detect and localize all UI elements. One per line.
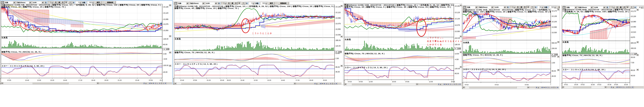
svg-text:L: L bbox=[624, 87, 626, 88]
svg-text:07/23: 07/23 bbox=[597, 84, 601, 85]
svg-text:13:20: 13:20 bbox=[267, 79, 271, 81]
svg-text:2.50: 2.50 bbox=[552, 62, 555, 64]
svg-text:こういうとこ。: こういうとこ。 bbox=[427, 36, 445, 39]
svg-text:10,135: 10,135 bbox=[336, 6, 341, 8]
svg-text:21:20: 21:20 bbox=[118, 79, 122, 81]
svg-text:95.00: 95.00 bbox=[336, 66, 340, 68]
svg-text:07/26: 07/26 bbox=[614, 84, 618, 85]
svg-text:10,065: 10,065 bbox=[552, 26, 557, 28]
svg-text:X: X bbox=[334, 83, 335, 85]
svg-text:07/23: 07/23 bbox=[348, 81, 352, 83]
svg-text:10,075: 10,075 bbox=[455, 24, 460, 26]
svg-text:09:20: 09:20 bbox=[227, 79, 231, 81]
svg-text:45.00: 45.00 bbox=[336, 71, 340, 73]
svg-text:14.50: 14.50 bbox=[455, 53, 459, 55]
svg-text:07/23: 07/23 bbox=[495, 84, 499, 86]
svg-text:× 100: × 100 bbox=[552, 53, 558, 56]
svg-text:07/26: 07/26 bbox=[525, 84, 529, 86]
svg-text:800.00: 800.00 bbox=[631, 42, 636, 44]
svg-text:スロー・ストキャスティクス( 14, 3, 80, 20 ): スロー・ストキャスティクス( 14, 3, 80, 20 ) bbox=[345, 66, 388, 69]
svg-text:07/22: 07/22 bbox=[581, 84, 585, 85]
svg-text:16:30: 16:30 bbox=[591, 84, 595, 85]
svg-text:12:00: 12:00 bbox=[37, 79, 41, 81]
svg-text:X: X bbox=[556, 87, 556, 88]
svg-text:10,170: 10,170 bbox=[552, 10, 557, 12]
svg-text:-9.00: -9.00 bbox=[163, 58, 167, 60]
svg-text:× 100: × 100 bbox=[632, 53, 637, 55]
svg-text:D: D bbox=[326, 83, 327, 85]
svg-text:10,055: 10,055 bbox=[336, 28, 341, 30]
svg-text:10,075: 10,075 bbox=[336, 23, 341, 25]
svg-text:分足で雲をぬけそうなタイミングで: 分足で雲をぬけそうなタイミングで bbox=[427, 40, 468, 42]
svg-text:R: R bbox=[454, 84, 455, 85]
svg-text:20:00: 20:00 bbox=[451, 81, 455, 83]
svg-text:10:40: 10:40 bbox=[25, 79, 29, 81]
svg-text:日経225mini 11/09( 60分, 2011/07/: 日経225mini 11/09( 60分, 2011/07/15 - 2011/… bbox=[562, 9, 636, 11]
svg-text:16:30: 16:30 bbox=[608, 84, 611, 85]
svg-text:L: L bbox=[328, 83, 329, 85]
svg-text:40.00: 40.00 bbox=[163, 71, 168, 73]
svg-text:07/25: 07/25 bbox=[7, 79, 11, 81]
svg-text:しかけてくる: しかけてくる bbox=[427, 43, 442, 46]
svg-text:45.00: 45.00 bbox=[455, 73, 459, 75]
svg-text:R: R bbox=[626, 87, 628, 88]
svg-text:L: L bbox=[157, 83, 158, 84]
svg-text:45.00: 45.00 bbox=[552, 75, 556, 77]
svg-text:100.00: 100.00 bbox=[163, 65, 168, 66]
svg-text:07/26: 07/26 bbox=[149, 79, 153, 81]
svg-text:10,030: 10,030 bbox=[552, 32, 557, 34]
svg-text:60.00: 60.00 bbox=[163, 44, 168, 46]
svg-text:10,150: 10,150 bbox=[455, 5, 460, 7]
svg-text:180.00: 180.00 bbox=[455, 44, 460, 46]
svg-text:3.50: 3.50 bbox=[163, 53, 166, 55]
svg-text:10,050: 10,050 bbox=[455, 30, 460, 32]
svg-text:07/26: 07/26 bbox=[193, 79, 197, 81]
svg-text:L: L bbox=[452, 84, 453, 85]
svg-text:10,130: 10,130 bbox=[631, 15, 636, 17]
svg-text:145.00: 145.00 bbox=[163, 38, 168, 40]
svg-text:07/21: 07/21 bbox=[564, 84, 568, 85]
svg-text:日経225mini 11/09( 30分, 2011/07/: 日経225mini 11/09( 30分, 2011/07/15 - 2011/… bbox=[463, 9, 559, 11]
svg-text:10,050: 10,050 bbox=[631, 26, 636, 28]
svg-text:R: R bbox=[159, 83, 160, 84]
svg-text:115.00: 115.00 bbox=[336, 45, 340, 47]
svg-text:12:00: 12:00 bbox=[254, 79, 258, 81]
svg-text:日経225mini 11/09( 15分, 2011/07/: 日経225mini 11/09( 15分, 2011/07/15 - 2011/… bbox=[344, 4, 464, 6]
svg-text:日経225mini 11/09( 5分, 2011/07/2: 日経225mini 11/09( 5分, 2011/07/22 - 2011/0… bbox=[174, 5, 334, 7]
svg-text:10:40: 10:40 bbox=[240, 79, 244, 81]
svg-text:14:40: 14:40 bbox=[281, 79, 285, 81]
svg-text:10,135: 10,135 bbox=[552, 15, 557, 17]
svg-text:20:00: 20:00 bbox=[104, 79, 108, 81]
svg-text:移動平均( Close, 150 ) 移動平均( Clo: 移動平均( Close, 150 ) 移動平均( Close, 20 ) 移動平… bbox=[463, 11, 556, 13]
svg-text:移動平均( Close, 75 ) MACD( 12,: 移動平均( Close, 75 ) MACD( 12, 26, 9 ) bbox=[463, 54, 503, 56]
svg-text:スロー・ストキャスティクス( 14, 3, 80, 20 ): スロー・ストキャスティクス( 14, 3, 80, 20 ) bbox=[2, 65, 44, 67]
svg-text:07/26: 07/26 bbox=[405, 81, 409, 83]
svg-text:9,970: 9,970 bbox=[631, 36, 635, 38]
svg-text:16:30: 16:30 bbox=[624, 84, 628, 85]
svg-text:410.00: 410.00 bbox=[455, 37, 460, 39]
svg-text:10,050: 10,050 bbox=[163, 29, 168, 31]
svg-text:22:40: 22:40 bbox=[135, 79, 139, 81]
svg-text:10,125: 10,125 bbox=[455, 11, 460, 13]
svg-text:出来高: 出来高 bbox=[175, 38, 181, 40]
svg-text:265.00: 265.00 bbox=[336, 39, 341, 41]
svg-text:10,170: 10,170 bbox=[631, 10, 636, 12]
svg-text:10,095: 10,095 bbox=[163, 18, 168, 20]
svg-text:550.00: 550.00 bbox=[552, 42, 557, 44]
svg-text:移動平均( Close, 40 ) 移動平均( Clos: 移動平均( Close, 40 ) 移動平均( Close, 25 ) 移動平均… bbox=[174, 7, 239, 9]
svg-text:100.00: 100.00 bbox=[455, 68, 460, 70]
svg-text:07/25: 07/25 bbox=[359, 81, 363, 83]
svg-text:× 100: × 100 bbox=[455, 47, 461, 50]
svg-text:日経225mini 11/09( 5分, 2011/07/2: 日経225mini 11/09( 5分, 2011/07/22 - 2011/0… bbox=[2, 4, 161, 6]
svg-text:95.00: 95.00 bbox=[552, 70, 556, 72]
svg-text:13:20: 13:20 bbox=[50, 79, 54, 81]
svg-text:スロー・ストキャスティクス( 14, 3, 80, 20 ): スロー・ストキャスティクス( 14, 3, 80, 20 ) bbox=[562, 69, 606, 71]
svg-text:R: R bbox=[330, 83, 331, 85]
svg-text:一目均衡表( 9, 26, 52 ) 移動平均( Clo: 一目均衡表( 9, 26, 52 ) 移動平均( Close, 150 ) 移動… bbox=[562, 10, 636, 13]
svg-text:300.00: 300.00 bbox=[631, 47, 636, 49]
svg-text:D: D bbox=[548, 87, 549, 88]
svg-text:10,100: 10,100 bbox=[455, 18, 460, 20]
svg-text:200.00: 200.00 bbox=[552, 47, 557, 49]
svg-text:10,075: 10,075 bbox=[163, 23, 168, 25]
svg-text:16:30: 16:30 bbox=[574, 84, 578, 85]
